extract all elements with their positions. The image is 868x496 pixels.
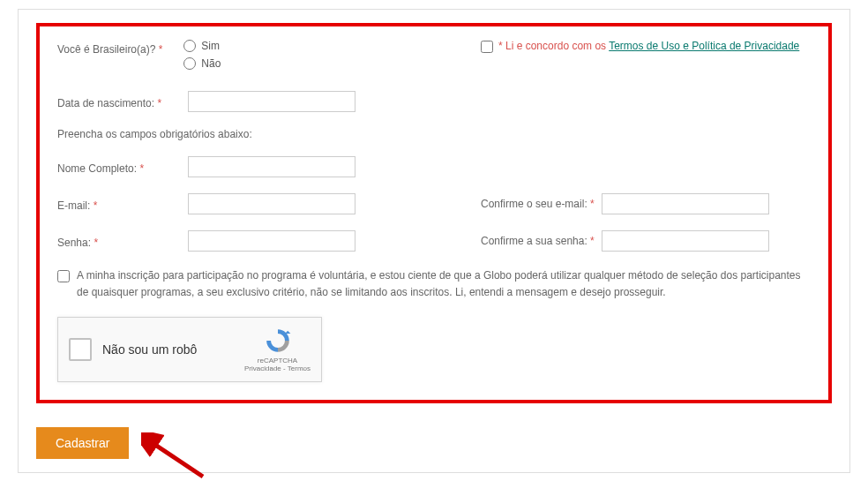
- brazilian-radio-group: Sim Não: [183, 40, 221, 75]
- required-asterisk: *: [590, 198, 595, 210]
- confirm-password-field: Confirme a sua senha: *: [481, 230, 811, 252]
- required-asterisk: *: [157, 97, 161, 109]
- password-field: Senha: *: [57, 230, 481, 252]
- highlighted-form-section: Você é Brasileiro(a)? * Sim Não: [36, 23, 832, 403]
- recaptcha-widget: Não sou um robô reCAPTCHA Privacidade - …: [57, 317, 322, 382]
- password-input[interactable]: [188, 230, 355, 252]
- brazilian-label: Você é Brasileiro(a)? *: [57, 40, 181, 56]
- confirm-email-field: Confirme o seu e-mail: *: [481, 193, 811, 214]
- terms-link[interactable]: Termos de Uso e Política de Privacidade: [609, 40, 799, 52]
- recaptcha-icon: [264, 327, 292, 355]
- email-label: E-mail: *: [57, 196, 181, 212]
- submit-button[interactable]: Cadastrar: [36, 427, 129, 459]
- required-asterisk: *: [94, 237, 98, 249]
- radio-yes-label: Sim: [201, 40, 220, 52]
- consent-text: A minha inscrição para participação no p…: [77, 267, 811, 301]
- form-container: Você é Brasileiro(a)? * Sim Não: [18, 9, 850, 473]
- row-password: Senha: * Confirme a sua senha: *: [57, 230, 811, 252]
- recaptcha-links: Privacidade - Termos: [244, 364, 311, 372]
- row-brazilian-terms: Você é Brasileiro(a)? * Sim Não: [57, 40, 811, 75]
- email-field: E-mail: *: [57, 193, 481, 214]
- terms-text: * Li e concordo com os Termos de Uso e P…: [498, 40, 799, 52]
- required-asterisk: *: [94, 199, 98, 212]
- required-asterisk: *: [139, 162, 144, 175]
- confirm-email-input[interactable]: [602, 193, 769, 214]
- birthdate-field: Data de nascimento: *: [57, 91, 481, 112]
- terms-checkbox[interactable]: [481, 41, 493, 53]
- row-fullname: Nome Completo: *: [57, 156, 811, 177]
- consent-row: A minha inscrição para participação no p…: [57, 267, 811, 301]
- recaptcha-checkbox[interactable]: [69, 338, 92, 361]
- terms-field: * Li e concordo com os Termos de Uso e P…: [481, 40, 811, 53]
- required-asterisk: *: [159, 43, 163, 56]
- password-label: Senha: *: [57, 233, 181, 249]
- radio-no-label: Não: [201, 57, 221, 70]
- fullname-input[interactable]: [188, 156, 355, 177]
- radio-no[interactable]: Não: [183, 57, 221, 70]
- recaptcha-brand: reCAPTCHA: [244, 357, 311, 364]
- radio-no-input[interactable]: [183, 57, 196, 70]
- confirm-password-input[interactable]: [602, 230, 769, 252]
- birthdate-input[interactable]: [188, 91, 355, 112]
- recaptcha-label: Não sou um robô: [102, 342, 234, 357]
- radio-yes[interactable]: Sim: [183, 40, 221, 52]
- confirm-email-label: Confirme o seu e-mail: *: [481, 198, 595, 210]
- svg-marker-0: [285, 331, 290, 334]
- brazilian-field: Você é Brasileiro(a)? * Sim Não: [57, 40, 481, 75]
- radio-yes-input[interactable]: [183, 40, 196, 52]
- confirm-password-label: Confirme a sua senha: *: [481, 235, 595, 247]
- fullname-field: Nome Completo: *: [57, 156, 481, 177]
- required-asterisk: *: [590, 235, 595, 247]
- consent-checkbox[interactable]: [57, 270, 70, 282]
- recaptcha-logo: reCAPTCHA Privacidade - Termos: [244, 327, 311, 372]
- fullname-label: Nome Completo: *: [57, 159, 181, 175]
- email-input[interactable]: [188, 193, 355, 214]
- section-note: Preencha os campos obrigatórios abaixo:: [57, 128, 811, 140]
- row-birthdate: Data de nascimento: *: [57, 91, 811, 112]
- birthdate-label: Data de nascimento: *: [57, 94, 181, 109]
- row-email: E-mail: * Confirme o seu e-mail: *: [57, 193, 811, 214]
